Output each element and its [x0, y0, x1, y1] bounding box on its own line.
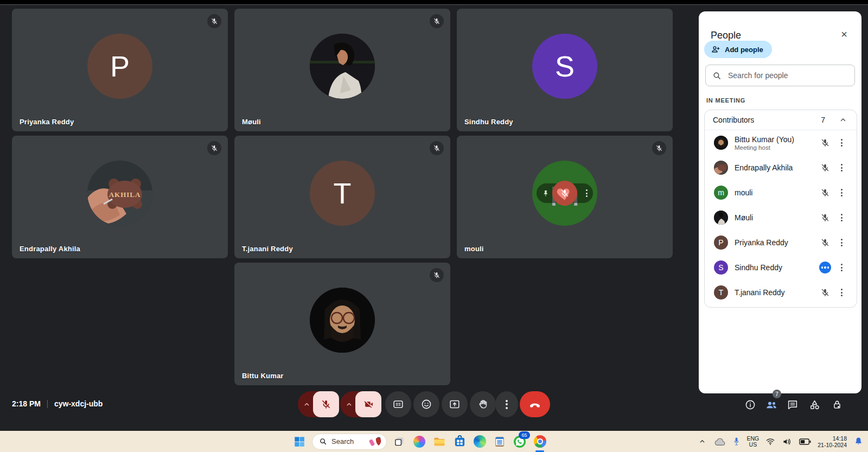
activities-icon[interactable] [807, 398, 821, 412]
mic-muted-icon [430, 141, 444, 155]
video-tile[interactable]: S Sindhu Reddy [457, 9, 673, 131]
clock-label: 2:18 PM [12, 399, 41, 408]
end-call-button[interactable] [520, 391, 550, 417]
more-options-button[interactable] [495, 391, 518, 417]
add-people-button[interactable]: Add people [704, 41, 772, 58]
wifi-icon[interactable] [765, 434, 776, 449]
video-tile[interactable]: AKHILA Endrapally Akhila [12, 136, 228, 258]
avatar: P [87, 34, 152, 99]
participant-subtitle: Meeting host [735, 144, 816, 151]
participant-name-label: T.janani Reddy [242, 245, 293, 253]
participant-more-options-icon[interactable] [834, 164, 848, 171]
google-meet-window: P Priyanka Reddy Møuli S Sindhu Reddy AK… [0, 0, 868, 452]
meeting-details-info-icon[interactable] [743, 398, 757, 412]
avatar-letter: S [555, 49, 575, 83]
file-explorer-icon[interactable] [432, 434, 447, 449]
participant-name-label: mouli [464, 245, 484, 253]
people-panel: People × Add people IN MEETING Contribut… [699, 11, 861, 393]
people-panel-toggle-icon[interactable] [764, 398, 778, 412]
mic-muted-icon [430, 14, 444, 28]
mic-control-group [298, 391, 339, 417]
battery-icon[interactable] [799, 434, 812, 449]
notepad-icon[interactable] [492, 434, 507, 449]
hidden-icons-chevron[interactable] [698, 434, 707, 449]
mic-muted-icon [430, 268, 444, 282]
raise-hand-button[interactable] [470, 391, 496, 417]
avatar-photo [310, 288, 375, 353]
video-tile[interactable]: m mouli [457, 136, 673, 258]
avatar-letter: T [719, 288, 724, 297]
participant-name: Bittu Kumar (You) [735, 135, 816, 144]
contributors-box: Contributors 7 Bittu Kumar (You)Meeting … [704, 110, 857, 308]
avatar-letter: S [718, 263, 723, 272]
close-icon[interactable]: × [837, 27, 852, 42]
microsoft-store-icon[interactable] [452, 434, 467, 449]
taskbar-clock[interactable]: 14:1821-10-2024 [818, 435, 847, 448]
participant-row[interactable]: Bittu Kumar (You)Meeting host [705, 130, 857, 155]
tile-more-options-icon[interactable] [586, 189, 588, 197]
search-icon [319, 437, 327, 445]
notifications-bell-icon[interactable] [853, 434, 864, 449]
mic-off-button[interactable] [313, 391, 339, 417]
participant-more-options-icon[interactable] [834, 264, 848, 271]
whatsapp-icon[interactable]: 65 [512, 434, 527, 449]
language-indicator[interactable]: ENGUS [747, 436, 760, 448]
task-view-icon[interactable] [392, 434, 407, 449]
mic-muted-icon [816, 138, 834, 148]
onedrive-cloud-icon[interactable] [713, 434, 726, 449]
mic-muted-icon [207, 141, 221, 155]
volume-icon[interactable] [782, 434, 793, 449]
participant-row[interactable]: m mouli [705, 180, 857, 205]
participant-more-options-icon[interactable] [834, 289, 848, 296]
present-screen-button[interactable] [442, 391, 468, 417]
avatar-photo [310, 34, 375, 99]
avatar [714, 136, 728, 150]
participant-row[interactable]: S Sindhu Reddy [705, 255, 857, 280]
taskbar-search-box[interactable]: Search [312, 434, 387, 450]
windows-taskbar: Search [0, 431, 868, 452]
avatar-letter: T [334, 176, 352, 210]
avatar: P [714, 235, 728, 250]
edge-browser-icon[interactable] [472, 434, 487, 449]
host-controls-lock-icon[interactable] [830, 398, 844, 412]
copilot-icon[interactable] [412, 434, 427, 449]
video-tile[interactable]: P Priyanka Reddy [12, 9, 228, 131]
contributors-header[interactable]: Contributors 7 [705, 110, 857, 130]
contributors-count: 7 [821, 116, 825, 124]
video-tile[interactable]: Bittu Kumar [234, 263, 450, 385]
people-search-field [705, 65, 855, 86]
start-button[interactable] [292, 434, 307, 449]
avatar [714, 161, 728, 175]
search-highlight-image [369, 436, 383, 447]
avatar-letter: m [718, 188, 724, 197]
video-tile[interactable]: T T.janani Reddy [234, 136, 450, 258]
avatar [714, 211, 728, 225]
people-search-input[interactable] [727, 71, 848, 80]
avatar: T [714, 285, 728, 300]
captions-button[interactable] [385, 391, 411, 417]
participant-more-options-icon[interactable] [834, 239, 848, 246]
participant-name: Priyanka Reddy [735, 238, 816, 247]
participant-row[interactable]: Møuli [705, 205, 857, 230]
reactions-button[interactable] [413, 391, 439, 417]
avatar: S [532, 34, 597, 99]
mic-in-use-icon[interactable] [732, 434, 741, 449]
participant-row[interactable]: Endrapally Akhila [705, 155, 857, 180]
participant-row[interactable]: P Priyanka Reddy [705, 230, 857, 255]
mic-muted-icon [816, 213, 834, 222]
participant-more-options-icon[interactable] [834, 189, 848, 196]
participant-more-options-icon[interactable] [834, 139, 848, 147]
add-people-label: Add people [725, 46, 763, 54]
divider [47, 400, 48, 408]
participant-name-label: Bittu Kumar [242, 372, 284, 380]
participant-more-options-icon[interactable] [834, 214, 848, 221]
participant-row[interactable]: T T.janani Reddy [705, 280, 857, 305]
chrome-browser-icon[interactable] [532, 434, 547, 449]
mic-muted-icon [816, 238, 834, 247]
video-tile[interactable]: Møuli [234, 9, 450, 131]
mic-muted-icon [816, 163, 834, 173]
participant-name-label: Møuli [242, 118, 261, 126]
pin-icon[interactable] [542, 189, 550, 198]
chat-icon[interactable] [786, 398, 800, 412]
camera-off-button[interactable] [355, 391, 381, 417]
